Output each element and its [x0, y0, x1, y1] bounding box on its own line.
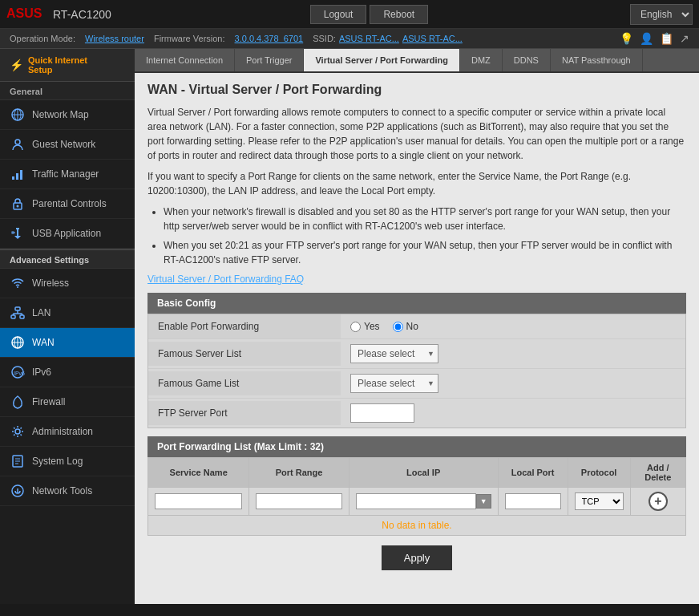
top-bar: ASUS RT-AC1200 Logout Reboot English [0, 0, 699, 29]
sidebar-item-label-administration: Administration [32, 426, 93, 437]
sidebar-item-traffic-manager[interactable]: Traffic Manager [0, 160, 135, 189]
lan-icon [10, 305, 26, 321]
svg-rect-16 [15, 307, 20, 310]
radio-yes-label: Yes [364, 321, 380, 332]
famous-game-select[interactable]: Please select [350, 374, 438, 393]
sidebar-item-wan[interactable]: WAN [0, 328, 135, 358]
reboot-button[interactable]: Reboot [370, 5, 428, 24]
main-layout: ⚡ Quick InternetSetup General Network Ma… [0, 49, 699, 604]
radio-no[interactable]: No [393, 321, 418, 332]
pf-local-ip-input[interactable] [356, 493, 476, 509]
quick-setup-icon: ⚡ [10, 59, 23, 71]
logo: ASUS [6, 5, 46, 24]
ssid-label: SSID: [313, 34, 336, 43]
svg-rect-12 [17, 229, 18, 236]
famous-server-select[interactable]: Please select [350, 344, 438, 363]
svg-point-10 [17, 205, 19, 208]
col-add-delete: Add / Delete [630, 458, 685, 488]
system-log-icon [10, 453, 26, 469]
language-select[interactable]: English [630, 4, 693, 25]
firmware-label: Firmware Version: [154, 34, 225, 43]
pf-no-data: No data in table. [148, 516, 686, 536]
svg-rect-11 [16, 228, 19, 229]
faq-link[interactable]: Virtual Server / Port Forwarding FAQ [147, 274, 686, 285]
sidebar-item-network-tools[interactable]: Network Tools [0, 476, 135, 506]
sidebar-item-quick-setup[interactable]: ⚡ Quick InternetSetup [0, 49, 135, 82]
logout-button[interactable]: Logout [310, 5, 367, 24]
sidebar-item-label-usb-application: USB Application [32, 228, 101, 239]
pf-port-range-input[interactable] [256, 493, 341, 509]
famous-server-value: Please select [341, 339, 685, 368]
tab-dmz[interactable]: DMZ [460, 49, 503, 71]
enable-port-forwarding-value: Yes No [341, 316, 685, 337]
radio-no-label: No [406, 321, 418, 332]
operation-mode-label: Operation Mode: [10, 34, 75, 43]
col-local-port: Local Port [498, 458, 568, 488]
pf-local-port-input[interactable] [505, 493, 561, 509]
svg-rect-7 [16, 173, 18, 180]
radio-no-input[interactable] [393, 322, 403, 332]
famous-server-row: Famous Server List Please select [148, 339, 685, 369]
col-service-name: Service Name [148, 458, 249, 488]
tab-internet-connection[interactable]: Internet Connection [135, 49, 235, 71]
sidebar-item-usb-application[interactable]: USB Application [0, 219, 135, 249]
traffic-manager-icon [10, 166, 26, 182]
pf-add-button[interactable]: + [648, 492, 668, 511]
operation-mode-value[interactable]: Wireless router [85, 34, 144, 43]
basic-config-header: Basic Config [147, 293, 686, 314]
sidebar-item-label-firewall: Firewall [32, 396, 65, 407]
administration-icon [10, 424, 26, 440]
sidebar-item-guest-network[interactable]: Guest Network [0, 130, 135, 160]
ftp-port-label: FTP Server Port [148, 401, 341, 425]
pf-service-name-input[interactable] [155, 493, 242, 509]
tab-virtual-server[interactable]: Virtual Server / Port Forwarding [304, 49, 459, 71]
user-icon[interactable]: 👤 [640, 32, 653, 45]
ftp-port-input[interactable]: 2021 [350, 403, 414, 423]
sidebar-item-label-wireless: Wireless [32, 278, 69, 289]
model-name: RT-AC1200 [53, 8, 111, 21]
sidebar-section-general: General [0, 82, 135, 100]
radio-yes-input[interactable] [350, 322, 361, 332]
famous-server-select-wrapper: Please select [350, 344, 438, 363]
pf-local-ip-dropdown[interactable]: ▼ [476, 494, 491, 509]
share-icon[interactable]: ↗ [680, 32, 689, 45]
sidebar-item-label-network-tools: Network Tools [32, 485, 92, 496]
tab-port-trigger[interactable]: Port Trigger [235, 49, 304, 71]
sidebar-item-firewall[interactable]: Firewall [0, 387, 135, 417]
bulb-icon[interactable]: 💡 [620, 32, 633, 45]
pf-local-ip-cell: ▼ [349, 488, 498, 516]
pf-protocol-wrap: TCP UDP BOTH [575, 492, 624, 510]
svg-rect-6 [12, 176, 14, 180]
pf-no-data-row: No data in table. [148, 516, 686, 536]
sidebar-item-wireless[interactable]: Wireless [0, 269, 135, 298]
guest-network-icon [10, 136, 26, 152]
svg-point-29 [15, 429, 20, 434]
famous-game-label: Famous Game List [148, 371, 341, 395]
sidebar-item-lan[interactable]: LAN [0, 298, 135, 328]
content-area: Internet Connection Port Trigger Virtual… [135, 49, 699, 604]
pf-port-range-cell [249, 488, 349, 516]
pf-add-delete-cell: + [630, 488, 685, 516]
network-tools-icon [10, 483, 26, 499]
parental-controls-icon [10, 196, 26, 212]
ssid1[interactable]: ASUS RT-AC... [339, 34, 399, 43]
sidebar-item-network-map[interactable]: Network Map [0, 100, 135, 130]
tab-ddns[interactable]: DDNS [503, 49, 551, 71]
ssid2[interactable]: ASUS RT-AC... [402, 34, 463, 43]
tab-nat-passthrough[interactable]: NAT Passthrough [551, 49, 643, 71]
sidebar-item-ipv6[interactable]: IPv6 IPv6 [0, 358, 135, 387]
page-title: WAN - Virtual Server / Port Forwarding [147, 83, 686, 97]
apply-button[interactable]: Apply [382, 545, 453, 570]
sidebar-item-administration[interactable]: Administration [0, 417, 135, 447]
wan-icon [10, 334, 26, 351]
info-bar: Operation Mode: Wireless router Firmware… [0, 29, 699, 49]
bullet-1: When your network's firewall is disabled… [164, 205, 686, 233]
port-forwarding-radio-group: Yes No [350, 321, 676, 332]
pf-protocol-select[interactable]: TCP UDP BOTH [575, 492, 624, 510]
radio-yes[interactable]: Yes [350, 321, 380, 332]
basic-config-section: Enable Port Forwarding Yes No [147, 314, 686, 428]
firmware-value[interactable]: 3.0.0.4.378_6701 [235, 34, 304, 43]
copy-icon[interactable]: 📋 [660, 32, 673, 45]
sidebar-item-system-log[interactable]: System Log [0, 447, 135, 476]
sidebar-item-parental-controls[interactable]: Parental Controls [0, 189, 135, 219]
